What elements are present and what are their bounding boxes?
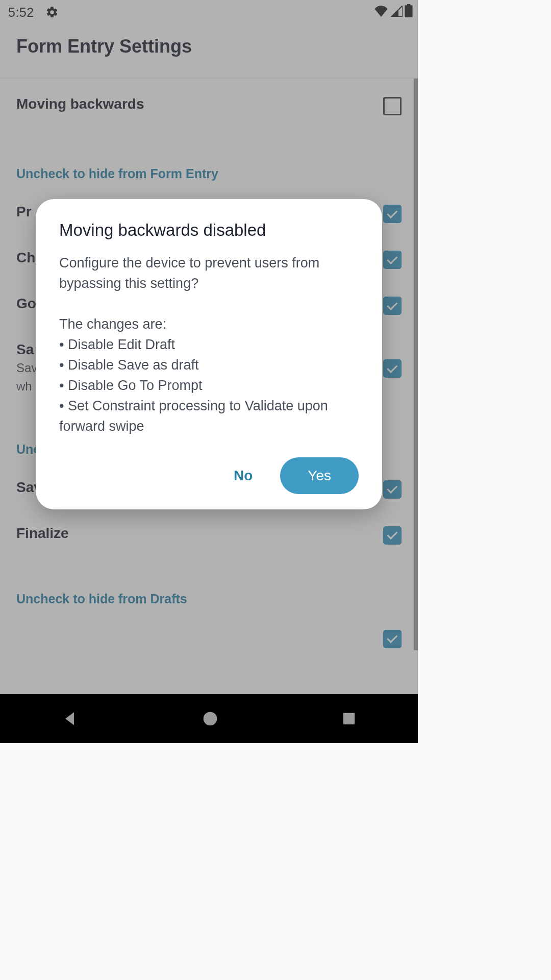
dialog-moving-backwards-disabled: Moving backwards disabled Configure the … — [36, 199, 382, 509]
nav-home-icon[interactable] — [202, 710, 218, 727]
dialog-title: Moving backwards disabled — [59, 220, 359, 240]
svg-rect-1 — [343, 713, 355, 725]
screen: 5:52 Form Entry Settings Moving backward… — [0, 0, 418, 743]
svg-point-0 — [203, 712, 217, 726]
no-button[interactable]: No — [224, 459, 262, 492]
nav-recent-icon[interactable] — [341, 711, 357, 726]
nav-back-icon[interactable] — [62, 710, 79, 727]
dialog-actions: No Yes — [59, 457, 359, 494]
dialog-body: Configure the device to prevent users fr… — [59, 253, 359, 437]
system-nav-bar — [0, 694, 418, 743]
yes-button[interactable]: Yes — [280, 457, 359, 494]
